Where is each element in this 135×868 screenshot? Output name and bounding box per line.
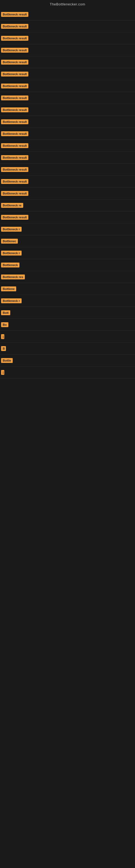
bottleneck-badge[interactable]: Bottleneck result (1, 36, 28, 41)
bottleneck-badge[interactable]: Bottleneck result (1, 84, 28, 88)
list-item: Bottleneck result (0, 176, 135, 187)
list-item: Bottleneck result (0, 128, 135, 140)
bottleneck-badge[interactable]: Bottleneck result (1, 95, 28, 100)
bottleneck-badge[interactable]: Bottleneck result (1, 179, 28, 184)
list-item: Bottleneck result (0, 80, 135, 92)
bottleneck-badge[interactable]: Bottleneck result (1, 119, 28, 124)
list-item: Bottleneck result (0, 152, 135, 163)
list-item: Bottleneck result (0, 44, 135, 56)
bottleneck-badge[interactable]: Bottleneck result (1, 24, 28, 29)
site-header: TheBottlenecker.com (0, 0, 135, 7)
bottleneck-badge[interactable]: Bottleneck result (1, 143, 28, 148)
bottleneck-badge[interactable]: | (1, 370, 4, 375)
list-item: Bottleneck result (0, 20, 135, 32)
list-item: Bottleneck result (0, 68, 135, 80)
badge-wrap: Bottleneck result (1, 119, 28, 124)
list-item: Bottleneck result (0, 116, 135, 128)
bottleneck-badge[interactable]: Bott (1, 310, 10, 315)
badge-wrap: Bottleneck r (1, 227, 21, 231)
bottleneck-badge[interactable]: Bottleneck result (1, 107, 28, 112)
list-item: Bottleneck result (0, 32, 135, 44)
bottleneck-badge[interactable]: Bottleneck result (1, 167, 28, 172)
bottleneck-badge[interactable]: Bottleneck re (1, 203, 23, 208)
badge-wrap: Bottleneck r (1, 251, 21, 255)
badge-wrap: Bottleneck result (1, 155, 28, 160)
badge-wrap: Bottleneck result (1, 215, 28, 220)
list-item: Bottleneck result (0, 163, 135, 176)
items-container: Bottleneck resultBottleneck resultBottle… (0, 7, 135, 379)
bottleneck-badge[interactable]: | (1, 334, 4, 339)
list-item: Bottleneck result (0, 211, 135, 223)
badge-wrap: Bottlene (1, 286, 16, 291)
bottleneck-badge[interactable]: Bottleneck r (1, 251, 21, 255)
bottleneck-badge[interactable]: Bottleneck result (1, 12, 28, 17)
list-item: | (0, 331, 135, 343)
list-item: Bottlene (0, 283, 135, 295)
badge-wrap: Bottlenec (1, 239, 18, 244)
list-item: Bottleneck result (0, 8, 135, 20)
badge-wrap: Bottleneck result (1, 24, 28, 29)
badge-wrap: | (1, 334, 4, 339)
badge-wrap: Bottleneck result (1, 191, 28, 196)
list-item: Bottleneck result (0, 104, 135, 116)
badge-wrap: Bottleneck re (1, 203, 23, 208)
bottleneck-badge[interactable]: Bottleneck r (1, 227, 21, 231)
badge-wrap: Bo (1, 322, 8, 327)
badge-wrap: Bottleneck result (1, 84, 28, 88)
list-item: Bottleneck (0, 259, 135, 271)
list-item: Bottleneck r (0, 223, 135, 235)
badge-wrap: Bottleneck result (1, 36, 28, 41)
list-item: Bottleneck result (0, 187, 135, 199)
badge-wrap: B (1, 346, 6, 351)
badge-wrap: Bottleneck result (1, 60, 28, 65)
bottleneck-badge[interactable]: Bo (1, 322, 8, 327)
list-item: | (0, 367, 135, 378)
badge-wrap: Bottleneck result (1, 95, 28, 100)
list-item: Bottleneck r (0, 295, 135, 307)
bottleneck-badge[interactable]: Bottleneck r (1, 299, 21, 303)
list-item: Bottleneck res (0, 271, 135, 283)
list-item: Bottleneck result (0, 140, 135, 152)
bottleneck-badge[interactable]: Bottlene (1, 286, 16, 291)
bottleneck-badge[interactable]: Bottleneck result (1, 48, 28, 53)
badge-wrap: Bottleneck result (1, 179, 28, 184)
bottleneck-badge[interactable]: Bottleneck result (1, 60, 28, 65)
bottleneck-badge[interactable]: Bottle (1, 358, 13, 363)
bottleneck-badge[interactable]: Bottleneck result (1, 155, 28, 160)
list-item: Bottleneck result (0, 56, 135, 68)
badge-wrap: Bottleneck result (1, 143, 28, 148)
badge-wrap: Bottleneck (1, 262, 19, 268)
badge-wrap: Bottleneck result (1, 131, 28, 136)
badge-wrap: Bottleneck res (1, 275, 25, 279)
bottleneck-badge[interactable]: Bottleneck result (1, 191, 28, 196)
list-item: Bottle (0, 354, 135, 367)
list-item: Bottleneck result (0, 92, 135, 104)
badge-wrap: Bottleneck result (1, 48, 28, 53)
list-item: Bottleneck r (0, 247, 135, 259)
badge-wrap: Bottleneck result (1, 12, 28, 17)
bottleneck-badge[interactable]: Bottleneck result (1, 131, 28, 136)
badge-wrap: Bott (1, 310, 10, 315)
bottleneck-badge[interactable]: Bottleneck result (1, 72, 28, 76)
badge-wrap: Bottle (1, 358, 13, 363)
badge-wrap: Bottleneck r (1, 299, 21, 303)
badge-wrap: Bottleneck result (1, 167, 28, 172)
badge-wrap: | (1, 370, 4, 375)
site-title: TheBottlenecker.com (50, 2, 85, 6)
bottleneck-badge[interactable]: Bottleneck result (1, 215, 28, 220)
bottleneck-badge[interactable]: Bottleneck (1, 262, 19, 268)
list-item: Bottleneck re (0, 199, 135, 211)
list-item: Bott (0, 307, 135, 319)
list-item: Bottlenec (0, 235, 135, 247)
bottleneck-badge[interactable]: Bottlenec (1, 239, 18, 244)
list-item: Bo (0, 319, 135, 331)
badge-wrap: Bottleneck result (1, 107, 28, 112)
badge-wrap: Bottleneck result (1, 72, 28, 76)
bottleneck-badge[interactable]: B (1, 346, 6, 351)
list-item: B (0, 343, 135, 354)
bottleneck-badge[interactable]: Bottleneck res (1, 275, 25, 279)
